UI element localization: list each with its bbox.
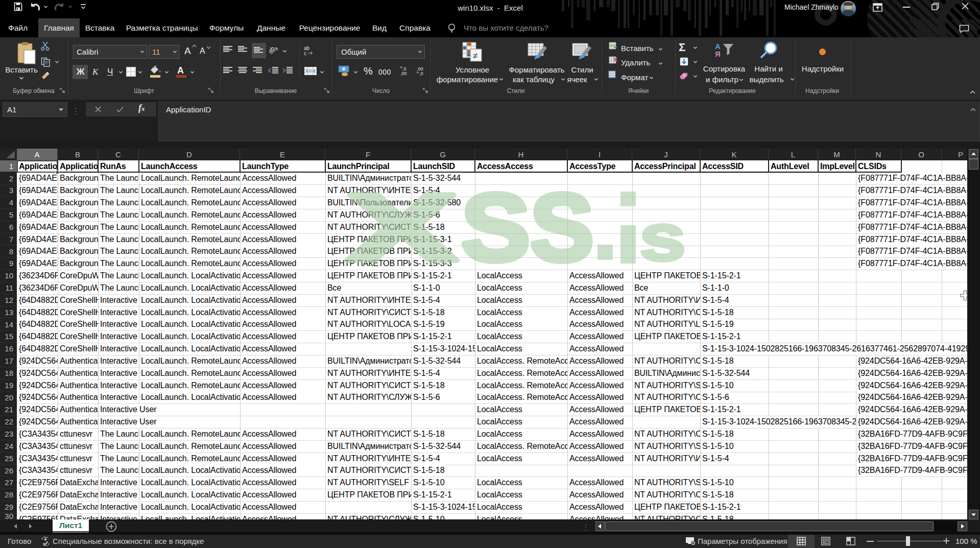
svg-text:s: s — [639, 200, 686, 274]
svg-text:X: X — [347, 174, 458, 281]
svg-text:S: S — [461, 174, 530, 280]
svg-text:S: S — [530, 174, 594, 281]
